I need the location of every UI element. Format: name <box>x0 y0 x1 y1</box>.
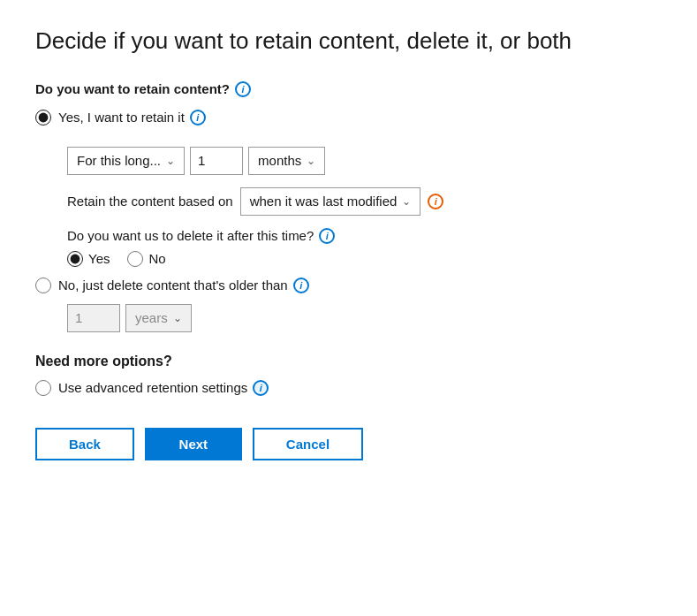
advanced-retention-info-icon[interactable]: i <box>253 380 269 396</box>
yes-retain-info-icon[interactable]: i <box>190 110 206 125</box>
footer-buttons: Back Next Cancel <box>35 428 662 460</box>
duration-number-input[interactable] <box>190 147 243 175</box>
delete-yes-radio[interactable] <box>67 251 83 267</box>
retain-content-question: Do you want to retain content? i <box>35 81 662 97</box>
duration-unit-dropdown[interactable]: months ⌄ <box>248 147 325 175</box>
no-delete-info-icon[interactable]: i <box>293 278 309 293</box>
advanced-retention-label: Use advanced retention settings <box>58 380 247 395</box>
no-delete-option[interactable]: No, just delete content that's older tha… <box>35 278 662 293</box>
yes-retain-radio[interactable] <box>35 110 51 125</box>
for-this-long-chevron-icon: ⌄ <box>166 155 175 167</box>
no-delete-label: No, just delete content that's older tha… <box>58 278 288 293</box>
back-button[interactable]: Back <box>35 428 134 460</box>
delete-duration-unit-dropdown: years ⌄ <box>125 304 192 332</box>
delete-question-row: Do you want us to delete it after this t… <box>67 228 662 244</box>
delete-duration-number-input <box>67 304 120 332</box>
for-this-long-label: For this long... <box>77 153 161 168</box>
delete-duration-chevron-icon: ⌄ <box>173 312 182 324</box>
based-on-warning-icon[interactable]: i <box>428 194 443 209</box>
next-button[interactable]: Next <box>145 428 242 460</box>
delete-duration-unit-label: years <box>135 310 168 325</box>
delete-question-info-icon[interactable]: i <box>319 228 335 244</box>
yes-retain-label: Yes, I want to retain it <box>58 110 185 125</box>
based-on-value-label: when it was last modified <box>250 194 398 209</box>
based-on-label: Retain the content based on <box>67 194 233 209</box>
duration-unit-chevron-icon: ⌄ <box>307 155 315 167</box>
based-on-chevron-icon: ⌄ <box>402 195 411 208</box>
need-more-options-title: Need more options? <box>35 354 662 369</box>
delete-no-radio[interactable] <box>127 251 143 267</box>
for-this-long-dropdown[interactable]: For this long... ⌄ <box>67 147 185 175</box>
advanced-retention-option[interactable]: Use advanced retention settings i <box>35 380 662 396</box>
no-delete-radio[interactable] <box>35 278 51 293</box>
yes-retain-option[interactable]: Yes, I want to retain it i <box>35 110 662 125</box>
page-title: Decide if you want to retain content, de… <box>35 27 662 57</box>
retain-radio-group: Yes, I want to retain it i For this long… <box>35 110 662 332</box>
delete-yes-label: Yes <box>88 251 110 266</box>
delete-duration-controls: years ⌄ <box>67 304 662 332</box>
delete-yes-option[interactable]: Yes <box>67 251 110 267</box>
delete-no-option[interactable]: No <box>127 251 165 267</box>
based-on-dropdown[interactable]: when it was last modified ⌄ <box>240 187 421 216</box>
advanced-retention-radio[interactable] <box>35 380 51 396</box>
retain-content-label: Do you want to retain content? <box>35 81 230 96</box>
retain-settings-block: For this long... ⌄ months ⌄ Retain the c… <box>67 147 662 267</box>
cancel-button[interactable]: Cancel <box>253 428 363 460</box>
delete-question-label: Do you want us to delete it after this t… <box>67 228 314 243</box>
duration-controls: For this long... ⌄ months ⌄ <box>67 147 662 175</box>
based-on-row: Retain the content based on when it was … <box>67 187 662 216</box>
duration-unit-label: months <box>258 153 301 168</box>
retain-content-info-icon[interactable]: i <box>235 81 251 97</box>
need-more-options-section: Need more options? Use advanced retentio… <box>35 354 662 396</box>
yes-no-delete-group: Yes No <box>67 251 662 267</box>
delete-after-block: Do you want us to delete it after this t… <box>67 228 662 267</box>
delete-no-label: No <box>148 251 165 266</box>
